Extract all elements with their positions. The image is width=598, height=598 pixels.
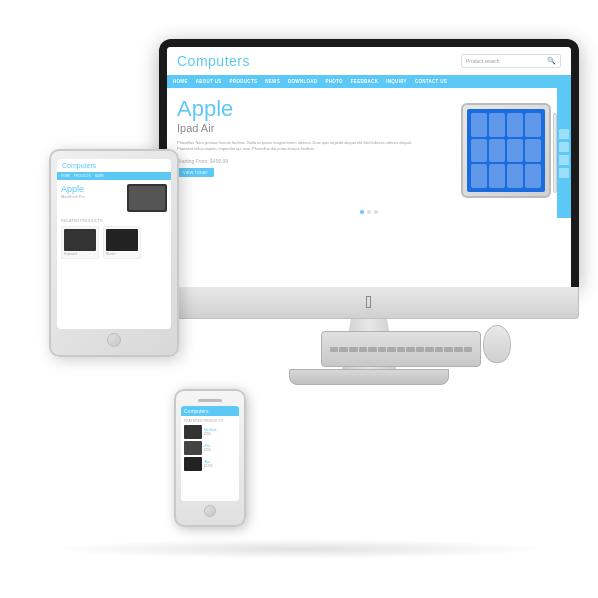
imac-screen: Computers Product search 🔍 HOME ABOUT US… [167, 47, 571, 287]
dot-2 [367, 210, 371, 214]
tablet-product-monitor: Monitor [103, 226, 141, 259]
app-icon-7 [507, 139, 523, 163]
phone-product-price-3: $1299 [204, 464, 236, 468]
iphone-screen: Computers FEATURED PRODUCTS MacBook $999 [181, 406, 239, 501]
iphone-casing: Computers FEATURED PRODUCTS MacBook $999 [174, 389, 246, 527]
iphone-home-button [204, 505, 216, 517]
imac-mouse [483, 325, 511, 363]
dot-3 [374, 210, 378, 214]
nav-download: DOWNLOAD [288, 79, 317, 84]
web-search-placeholder: Product search [466, 58, 547, 64]
phone-product-price-2: $499 [204, 448, 236, 452]
iphone-speaker [198, 399, 222, 402]
tablet-hero-brand: Apple [61, 184, 123, 194]
tablet-products-row: Keyboard Monitor [61, 226, 167, 259]
keyboard-keys [330, 347, 472, 352]
phone-product-info-1: MacBook $999 [204, 428, 236, 436]
phone-product-img-1 [184, 425, 202, 439]
apple-logo-icon:  [366, 292, 373, 313]
app-icon-4 [525, 113, 541, 137]
app-icon-11 [507, 164, 523, 188]
website-mockup: Computers Product search 🔍 HOME ABOUT US… [167, 47, 571, 287]
nav-products: PRODUCTS [230, 79, 258, 84]
key-1 [330, 347, 339, 352]
phone-product-info-2: iPad $499 [204, 444, 236, 452]
price-value: $499.99 [210, 158, 228, 164]
tablet-logo: Computers [62, 162, 96, 169]
app-icon-3 [507, 113, 523, 137]
key-13 [444, 347, 453, 352]
imac-screen-outer: Computers Product search 🔍 HOME ABOUT US… [159, 39, 579, 287]
app-icon-6 [489, 139, 505, 163]
keyboard-product-image [64, 229, 96, 251]
key-9 [406, 347, 415, 352]
tablet-hero-product: MacBook Pro [61, 194, 123, 199]
tablet-nav-products: PRODUCTS [74, 174, 91, 178]
tablet-related-title: RELATED PRODUCTS [61, 218, 167, 223]
tablet-nav: HOME PRODUCTS NEWS [57, 172, 171, 180]
sidebar-btn-4 [559, 168, 569, 178]
carousel-dots [360, 210, 378, 214]
key-8 [397, 347, 406, 352]
hero-product-image [431, 98, 561, 208]
tablet-hero-section: Apple MacBook Pro [57, 180, 171, 216]
scene: Computers Product search 🔍 HOME ABOUT US… [19, 19, 579, 579]
app-icon-10 [489, 164, 505, 188]
hero-cta-button[interactable]: VIEW TODAY [177, 168, 214, 177]
key-15 [464, 347, 473, 352]
imac-stand-base [289, 369, 449, 385]
ipad-home-button [107, 333, 121, 347]
imac-chin:  [159, 287, 579, 319]
app-icon-5 [471, 139, 487, 163]
web-logo: Computers [177, 53, 250, 69]
phone-content: FEATURED PRODUCTS MacBook $999 [181, 416, 239, 474]
tablet-product-keyboard: Keyboard [61, 226, 99, 259]
nav-inquiry: INQUIRY [386, 79, 407, 84]
phone-product-3: iMac $1299 [184, 457, 236, 471]
web-sidebar [557, 88, 571, 218]
scene-shadow [49, 539, 549, 559]
key-5 [368, 347, 377, 352]
key-7 [387, 347, 396, 352]
key-2 [339, 347, 348, 352]
tablet-web-header: Computers [57, 159, 171, 172]
phone-product-price-1: $999 [204, 432, 236, 436]
phone-product-img-3 [184, 457, 202, 471]
phone-product-2: iPad $499 [184, 441, 236, 455]
sidebar-btn-1 [559, 129, 569, 139]
iphone-device: Computers FEATURED PRODUCTS MacBook $999 [174, 389, 246, 527]
monitor-label: Monitor [106, 252, 138, 256]
phone-product-1: MacBook $999 [184, 425, 236, 439]
sidebar-btn-3 [559, 155, 569, 165]
nav-photo: PHOTO [325, 79, 342, 84]
imac-keyboard [321, 331, 481, 367]
starting-from-label: Starting From: [177, 158, 209, 164]
sidebar-btn-2 [559, 142, 569, 152]
tablet-laptop-screen [129, 186, 165, 210]
phone-product-img-2 [184, 441, 202, 455]
web-hero: Apple Ipad Air Phasellus Nam pretium lac… [167, 88, 571, 218]
key-12 [435, 347, 444, 352]
nav-news: NEWS [265, 79, 280, 84]
ipad-left-screen: Computers HOME PRODUCTS NEWS Apple MacBo… [57, 159, 171, 329]
app-icon-9 [471, 164, 487, 188]
tablet-hero-text: Apple MacBook Pro [61, 184, 123, 212]
keyboard-label: Keyboard [64, 252, 96, 256]
hero-price: Starting From: $499.99 [177, 158, 421, 164]
key-11 [425, 347, 434, 352]
key-6 [378, 347, 387, 352]
dot-1 [360, 210, 364, 214]
key-3 [349, 347, 358, 352]
ipad-screen-display [467, 109, 545, 192]
tablet-nav-home: HOME [61, 174, 70, 178]
ipad-tablet: Computers HOME PRODUCTS NEWS Apple MacBo… [49, 149, 179, 357]
app-icon-8 [525, 139, 541, 163]
search-icon: 🔍 [547, 57, 556, 65]
app-icon-1 [471, 113, 487, 137]
key-14 [454, 347, 463, 352]
tablet-laptop-image [127, 184, 167, 212]
ipad-product-display [441, 103, 551, 203]
phone-products-list: MacBook $999 iPad $499 [184, 425, 236, 471]
web-header: Computers Product search 🔍 [167, 47, 571, 75]
key-10 [416, 347, 425, 352]
